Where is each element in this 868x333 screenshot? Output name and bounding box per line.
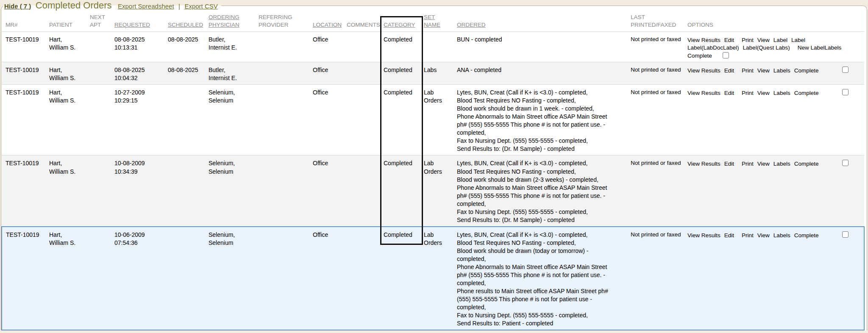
option-print[interactable]: Print (742, 67, 754, 74)
checkbox-cell (840, 227, 864, 330)
column-header-category[interactable]: CATEGORY (381, 12, 421, 32)
ordered-item: Fax to Nursing Dept. (555) 555-5555 - co… (457, 137, 618, 145)
ordering-physician-cell: Selenium,Selenium (206, 155, 256, 227)
order-row[interactable]: TEST-10019Hart,William S.08-08-202510:13… (2, 32, 864, 62)
column-header-next-apt: NEXTAPT (87, 12, 112, 32)
ordering-physician-cell: Selenium,Selenium (206, 85, 256, 155)
next-apt-cell (87, 155, 112, 227)
page-title: Completed Orders (36, 0, 112, 11)
mr-cell: TEST-10019 (2, 155, 47, 227)
option-print[interactable]: Print (742, 161, 754, 167)
column-header-requested[interactable]: REQUESTED (112, 12, 165, 32)
hide-link[interactable]: Hide ( 7 ) (4, 3, 31, 10)
option-view-results[interactable]: View Results (687, 161, 721, 167)
ordered-item: Fax to Nursing Dept. (555) 555-5555 - co… (457, 208, 618, 216)
option-edit[interactable]: Edit (724, 232, 734, 239)
option-view[interactable]: View (757, 161, 770, 167)
referring-provider-cell (256, 62, 310, 85)
export-spreadsheet-link[interactable]: Export Spreadsheet (118, 3, 174, 10)
option-view[interactable]: View (757, 90, 770, 96)
complete-checkbox[interactable] (842, 231, 849, 238)
option-view-results[interactable]: View Results (687, 232, 721, 239)
option-print[interactable]: Print (742, 37, 754, 43)
ordered-item: BUN - completed (457, 36, 618, 44)
ordered-item: ANA - completed (457, 66, 618, 74)
completed-orders-panel: Hide ( 7 ) Completed Orders Export Sprea… (1, 0, 867, 330)
comments-cell (344, 32, 381, 62)
option-complete[interactable]: Complete (794, 67, 819, 74)
option-new-labellabels[interactable]: New LabelLabels (798, 44, 842, 51)
column-header-scheduled[interactable]: SCHEDULED (165, 12, 206, 32)
column-header-last-printed-faxed: LASTPRINTED/FAXED (628, 12, 685, 32)
ordered-item: Blood work should be drawn (today or tom… (457, 247, 618, 263)
scheduled-cell: 08-08-2025 (165, 62, 206, 85)
location-cell: Office (310, 227, 344, 330)
option-print[interactable]: Print (742, 90, 754, 96)
location-cell: Office (310, 32, 344, 62)
ordered-item: Lytes, BUN, Creat (Call if K+ is <3.0) -… (457, 159, 618, 167)
option-label-quest-labs[interactable]: Label(Quest Labs) (743, 44, 790, 51)
option-label[interactable]: Label (773, 37, 787, 43)
option-labels[interactable]: Labels (773, 90, 790, 96)
next-apt-cell (87, 85, 112, 155)
ordered-item: Phone Abnormals to Main Street office AS… (457, 184, 618, 208)
option-view-results[interactable]: View Results (687, 37, 721, 43)
option-view-results[interactable]: View Results (687, 67, 721, 74)
option-edit[interactable]: Edit (724, 37, 734, 43)
complete-checkbox[interactable] (842, 89, 849, 95)
order-row[interactable]: TEST-10019Hart,William S.10-27-200910:29… (2, 85, 864, 155)
option-complete[interactable]: Complete (687, 53, 712, 59)
comments-cell (344, 155, 381, 227)
checkbox-cell (840, 85, 864, 155)
set-name-cell (421, 32, 454, 62)
option-label[interactable]: Label (791, 37, 805, 43)
option-complete[interactable]: Complete (794, 232, 819, 239)
order-row[interactable]: TEST-10019Hart,William S.10-08-200910:34… (2, 155, 864, 227)
option-view[interactable]: View (757, 37, 770, 43)
checkbox-cell (840, 62, 864, 85)
option-view[interactable]: View (757, 232, 770, 239)
complete-checkbox[interactable] (723, 52, 729, 58)
option-labels[interactable]: Labels (773, 161, 790, 167)
option-labels[interactable]: Labels (773, 67, 790, 74)
column-header-location[interactable]: LOCATION (310, 12, 344, 32)
patient-cell: Hart,William S. (47, 85, 87, 155)
mr-cell: TEST-10019 (2, 32, 47, 62)
ordering-physician-cell: Butler,Internist E. (206, 62, 256, 85)
complete-checkbox[interactable] (842, 160, 849, 166)
column-header-ordering-physician[interactable]: ORDERINGPHYSICIAN (206, 12, 256, 32)
mr-cell: TEST-10019 (2, 227, 47, 330)
option-edit[interactable]: Edit (724, 90, 734, 96)
page: { "legend": { "hide_link": "Hide ( 7 )",… (0, 0, 868, 333)
option-labels[interactable]: Labels (773, 232, 790, 239)
order-row[interactable]: TEST-10019Hart,William S.08-08-202510:04… (2, 62, 864, 85)
category-cell: Completed (381, 32, 421, 62)
option-print[interactable]: Print (742, 232, 754, 239)
last-printed-faxed-cell: Not printed or faxed (628, 227, 685, 330)
column-header-ordered[interactable]: ORDERED (454, 12, 628, 32)
scheduled-cell (165, 155, 206, 227)
option-edit[interactable]: Edit (724, 67, 734, 74)
location-cell: Office (310, 85, 344, 155)
option-view[interactable]: View (757, 67, 770, 74)
ordered-item: Phone Abnormals to Main Street office AS… (457, 263, 618, 287)
option-view-results[interactable]: View Results (687, 90, 721, 96)
ordered-item: Send Results to: (Dr. M Sample) - comple… (457, 145, 618, 153)
ordered-cell: Lytes, BUN, Creat (Call if K+ is <3.0) -… (454, 85, 628, 155)
complete-checkbox[interactable] (842, 67, 849, 73)
requested-cell: 10-27-200910:29:15 (112, 85, 165, 155)
column-header-set-name[interactable]: SETNAME (421, 12, 454, 32)
options-cell: View ResultsEditPrintViewLabelsComplete (685, 62, 840, 85)
last-printed-faxed-cell: Not printed or faxed (628, 62, 685, 85)
options-cell: View ResultsEditPrintViewLabelsComplete (685, 85, 840, 155)
referring-provider-cell (256, 227, 310, 330)
option-label-labdoclabel[interactable]: Label(LabDocLabel) (687, 44, 739, 51)
requested-cell: 08-08-202510:13:31 (112, 32, 165, 62)
ordered-item: Blood work should be drawn in 1 week. - … (457, 105, 618, 113)
option-edit[interactable]: Edit (724, 161, 734, 167)
option-complete[interactable]: Complete (794, 161, 819, 167)
option-complete[interactable]: Complete (794, 90, 819, 96)
export-csv-link[interactable]: Export CSV (184, 3, 217, 10)
order-row[interactable]: TEST-10019Hart,William S.10-06-200907:54… (2, 227, 864, 330)
ordered-item: Send Results to: Patient - completed (457, 319, 618, 327)
